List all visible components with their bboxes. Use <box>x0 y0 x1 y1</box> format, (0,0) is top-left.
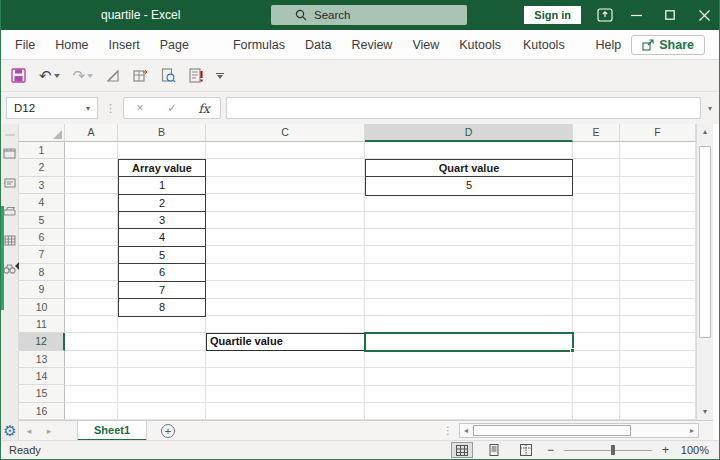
enter-icon[interactable]: ✓ <box>156 101 188 115</box>
export-table-icon[interactable] <box>133 69 148 83</box>
column-header-d[interactable]: D <box>365 124 573 142</box>
printer-icon[interactable] <box>3 206 16 217</box>
scroll-up-icon[interactable]: ▴ <box>697 124 713 140</box>
customize-toolbar-icon[interactable] <box>216 73 224 79</box>
horizontal-scrollbar-thumb[interactable] <box>473 425 631 436</box>
select-all-corner[interactable] <box>19 124 65 142</box>
horizontal-scrollbar[interactable]: ◂ ▸ <box>459 423 699 438</box>
row-header-16[interactable]: 16 <box>19 403 65 420</box>
tab-formulas[interactable]: Formulas <box>223 30 295 60</box>
scroll-right-icon[interactable]: ▸ <box>686 424 698 437</box>
zoom-in-icon[interactable]: + <box>662 443 669 457</box>
name-box[interactable]: D12 ▾ <box>6 97 98 119</box>
column-header-a[interactable]: A <box>65 124 118 142</box>
zoom-out-icon[interactable]: − <box>547 443 554 457</box>
cell-c12[interactable]: Quartile value <box>206 333 366 352</box>
cell-d2[interactable]: Quart value <box>366 160 572 177</box>
cancel-icon[interactable]: × <box>124 101 156 115</box>
vertical-scrollbar[interactable]: ▴ ▾ <box>696 124 713 420</box>
document-alert-icon[interactable] <box>189 68 203 83</box>
row-header-13[interactable]: 13 <box>19 351 65 368</box>
insert-function-icon[interactable]: fx <box>188 101 220 116</box>
ribbon-display-options-icon[interactable] <box>597 8 613 22</box>
page-break-preview-icon[interactable] <box>515 442 537 458</box>
column-header-b[interactable]: B <box>118 124 206 142</box>
row-header-1[interactable]: 1 <box>19 142 65 159</box>
sheet-tab-sheet1[interactable]: Sheet1 <box>77 421 147 441</box>
cell-b5[interactable]: 3 <box>119 212 205 229</box>
fill-handle[interactable] <box>570 348 575 353</box>
selected-cell-d12[interactable] <box>364 332 574 352</box>
select-objects-icon[interactable] <box>106 69 120 83</box>
worksheet-grid: A B C D E F 1 2 3 4 5 6 7 8 9 10 11 12 1… <box>19 124 713 420</box>
tab-insert[interactable]: Insert <box>99 30 150 60</box>
formula-bar-separator: ⋮ <box>105 102 116 115</box>
row-header-11[interactable]: 11 <box>19 316 65 333</box>
tab-page-layout[interactable]: Page Layout <box>150 30 223 60</box>
tab-home[interactable]: Home <box>45 30 98 60</box>
workbench-icon[interactable] <box>3 148 16 159</box>
sheet-nav-right-icon[interactable]: ▸ <box>39 426 59 436</box>
cell-b3[interactable]: 1 <box>119 177 205 194</box>
scroll-down-icon[interactable]: ▾ <box>697 404 713 420</box>
tab-review[interactable]: Review <box>341 30 402 60</box>
row-header-5[interactable]: 5 <box>19 212 65 229</box>
row-header-2[interactable]: 2 <box>19 159 65 176</box>
cell-b10[interactable]: 8 <box>119 299 205 316</box>
cell-b4[interactable]: 2 <box>119 195 205 212</box>
minimize-icon[interactable] <box>619 0 653 30</box>
row-header-7[interactable]: 7 <box>19 246 65 263</box>
formula-bar-expand-icon[interactable]: ▾ <box>701 104 719 113</box>
tab-data[interactable]: Data <box>295 30 341 60</box>
search-input[interactable] <box>314 9 454 21</box>
row-header-12[interactable]: 12 <box>19 333 65 350</box>
save-icon[interactable] <box>11 68 26 83</box>
sidebar-collapse-handle[interactable] <box>5 134 15 136</box>
zoom-slider[interactable] <box>564 444 652 456</box>
close-icon[interactable] <box>687 0 720 30</box>
note-icon[interactable] <box>3 177 16 188</box>
add-sheet-icon[interactable]: + <box>161 424 175 438</box>
zoom-level[interactable]: 100% <box>679 444 709 456</box>
zoom-slider-thumb[interactable] <box>611 445 615 455</box>
gear-icon[interactable]: ⚙ <box>1 422 19 440</box>
cell-d3[interactable]: 5 <box>366 177 572 194</box>
cell-b8[interactable]: 6 <box>119 264 205 281</box>
redo-icon[interactable]: ↷ <box>73 68 94 83</box>
undo-icon[interactable]: ↶ <box>39 68 60 83</box>
page-layout-view-icon[interactable] <box>483 442 505 458</box>
row-header-3[interactable]: 3 <box>19 177 65 194</box>
formula-buttons: × ✓ fx <box>123 97 221 119</box>
row-header-6[interactable]: 6 <box>19 229 65 246</box>
cell-b6[interactable]: 4 <box>119 229 205 246</box>
row-header-8[interactable]: 8 <box>19 264 65 281</box>
tab-kutools-plus[interactable]: Kutools Plus <box>513 30 586 60</box>
tab-file[interactable]: File <box>5 30 45 60</box>
row-header-14[interactable]: 14 <box>19 368 65 385</box>
name-box-dropdown-icon[interactable]: ▾ <box>79 104 97 113</box>
maximize-icon[interactable] <box>653 0 687 30</box>
cell-b7[interactable]: 5 <box>119 247 205 264</box>
cell-b9[interactable]: 7 <box>119 282 205 299</box>
normal-view-icon[interactable] <box>451 442 473 458</box>
row-header-15[interactable]: 15 <box>19 385 65 402</box>
worksheet-grid-icon[interactable] <box>4 235 16 246</box>
scroll-left-icon[interactable]: ◂ <box>460 424 472 437</box>
vertical-scrollbar-thumb[interactable] <box>699 146 711 338</box>
formula-input[interactable] <box>226 97 701 119</box>
row-header-10[interactable]: 10 <box>19 299 65 316</box>
share-button[interactable]: Share <box>631 35 705 55</box>
cell-b2[interactable]: Array value <box>119 160 205 177</box>
column-header-c[interactable]: C <box>206 124 365 142</box>
sheet-nav-left-icon[interactable]: ◂ <box>19 426 39 436</box>
tab-help[interactable]: Help <box>586 30 632 60</box>
row-header-9[interactable]: 9 <box>19 281 65 298</box>
search-box[interactable] <box>271 5 467 25</box>
column-header-f[interactable]: F <box>620 124 696 142</box>
tab-view[interactable]: View <box>402 30 449 60</box>
column-header-e[interactable]: E <box>573 124 620 142</box>
print-preview-icon[interactable] <box>161 68 176 83</box>
tab-kutools[interactable]: Kutools ™ <box>449 30 513 60</box>
sign-in-button[interactable]: Sign in <box>524 6 581 24</box>
row-header-4[interactable]: 4 <box>19 194 65 211</box>
